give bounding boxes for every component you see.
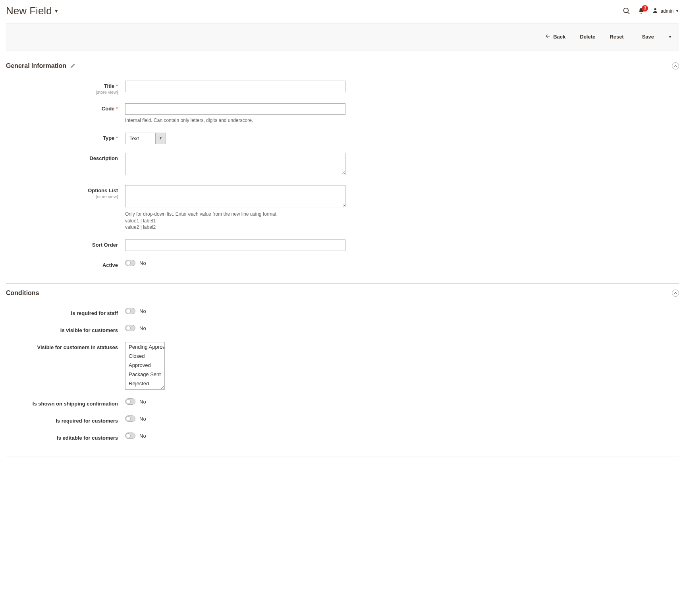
admin-account-button[interactable]: admin ▼ bbox=[652, 7, 679, 15]
field-row-code: Code Internal field. Can contain only le… bbox=[6, 103, 679, 124]
sort-order-input[interactable] bbox=[125, 239, 345, 251]
type-select[interactable]: Text ▼ bbox=[125, 133, 166, 144]
hint-options-list: Only for drop-down list. Enter each valu… bbox=[125, 211, 345, 231]
code-input[interactable] bbox=[125, 103, 345, 115]
field-row-editable-customers: Is editable for customers No bbox=[6, 433, 679, 441]
field-row-active: Active No bbox=[6, 260, 679, 268]
label-required-staff: Is required for staff bbox=[71, 310, 118, 316]
label-description: Description bbox=[89, 155, 118, 161]
editable-customers-toggle[interactable] bbox=[125, 433, 135, 439]
section-header-conditions[interactable]: Conditions bbox=[6, 290, 679, 300]
notification-badge: 3 bbox=[642, 5, 648, 12]
required-customers-value: No bbox=[139, 416, 146, 422]
status-option[interactable]: Approved bbox=[125, 361, 164, 370]
field-row-sort-order: Sort Order bbox=[6, 239, 679, 251]
label-editable-customers: Is editable for customers bbox=[57, 435, 118, 441]
status-option[interactable]: Package Sent bbox=[125, 370, 164, 379]
save-dropdown-button[interactable]: ▼ bbox=[661, 30, 679, 44]
notifications-button[interactable]: 3 bbox=[638, 8, 645, 15]
status-option[interactable]: Closed bbox=[125, 351, 164, 361]
user-icon bbox=[652, 7, 658, 15]
label-type: Type bbox=[103, 135, 118, 141]
hint-line: Only for drop-down list. Enter each valu… bbox=[125, 211, 345, 218]
page-title[interactable]: New Field ▼ bbox=[6, 5, 58, 17]
label-code: Code bbox=[102, 106, 118, 112]
collapse-icon[interactable] bbox=[672, 62, 679, 70]
reset-button[interactable]: Reset bbox=[602, 30, 631, 44]
section-general-info: General Information Title [store view] bbox=[6, 62, 679, 284]
search-icon[interactable] bbox=[623, 7, 631, 15]
svg-point-0 bbox=[624, 8, 629, 13]
required-customers-toggle[interactable] bbox=[125, 415, 135, 422]
page-header: New Field ▼ 3 admin ▼ bbox=[6, 0, 679, 23]
label-visible-statuses: Visible for customers in statuses bbox=[37, 344, 118, 350]
collapse-icon[interactable] bbox=[672, 290, 679, 297]
visible-customers-toggle[interactable] bbox=[125, 325, 135, 331]
field-row-description: Description bbox=[6, 153, 679, 176]
action-toolbar: Back Delete Reset Save ▼ bbox=[6, 23, 679, 50]
label-shown-shipping: Is shown on shipping confirmation bbox=[33, 401, 118, 407]
active-toggle[interactable] bbox=[125, 260, 135, 266]
field-row-required-customers: Is required for customers No bbox=[6, 415, 679, 424]
delete-button[interactable]: Delete bbox=[573, 30, 602, 44]
field-row-shown-shipping: Is shown on shipping confirmation No bbox=[6, 398, 679, 407]
options-list-input[interactable] bbox=[125, 185, 345, 207]
save-button-group: Save ▼ bbox=[635, 30, 679, 44]
active-value: No bbox=[139, 260, 146, 266]
back-button[interactable]: Back bbox=[538, 29, 573, 44]
label-title: Title bbox=[104, 83, 118, 89]
visible-statuses-select[interactable]: Pending Approval Closed Approved Package… bbox=[125, 342, 165, 390]
section-title: Conditions bbox=[6, 290, 39, 297]
field-row-title: Title [store view] bbox=[6, 81, 679, 95]
visible-customers-value: No bbox=[139, 325, 146, 331]
svg-line-1 bbox=[628, 12, 630, 14]
shown-shipping-value: No bbox=[139, 399, 146, 405]
save-button[interactable]: Save bbox=[635, 30, 661, 44]
type-select-value: Text bbox=[125, 133, 155, 144]
hint-line: value2 | label2 bbox=[125, 224, 345, 231]
field-row-visible-customers: Is visible for customers No bbox=[6, 325, 679, 333]
field-row-required-staff: Is required for staff No bbox=[6, 308, 679, 316]
status-option[interactable]: Pending Approval bbox=[125, 342, 164, 351]
section-body-general: Title [store view] Code Internal field. … bbox=[6, 73, 679, 279]
title-input[interactable] bbox=[125, 81, 345, 92]
caret-down-icon: ▼ bbox=[54, 9, 59, 14]
back-label: Back bbox=[553, 34, 565, 40]
scope-options-list: [store view] bbox=[6, 194, 118, 199]
hint-code: Internal field. Can contain only letters… bbox=[125, 117, 345, 124]
description-input[interactable] bbox=[125, 153, 345, 175]
label-visible-customers: Is visible for customers bbox=[60, 327, 118, 333]
label-options-list: Options List bbox=[88, 187, 118, 193]
header-icons: 3 admin ▼ bbox=[623, 7, 679, 15]
label-required-customers: Is required for customers bbox=[56, 418, 118, 424]
field-row-visible-statuses: Visible for customers in statuses Pendin… bbox=[6, 342, 679, 390]
status-option[interactable]: Rejected bbox=[125, 379, 164, 388]
caret-down-icon: ▼ bbox=[668, 35, 672, 39]
label-sort-order: Sort Order bbox=[92, 242, 118, 248]
arrow-left-icon bbox=[545, 33, 551, 40]
label-active: Active bbox=[102, 262, 118, 268]
field-row-type: Type Text ▼ bbox=[6, 133, 679, 144]
scope-title: [store view] bbox=[6, 90, 118, 95]
required-staff-value: No bbox=[139, 308, 146, 314]
field-row-options-list: Options List [store view] Only for drop-… bbox=[6, 185, 679, 231]
section-body-conditions: Is required for staff No Is visible for … bbox=[6, 300, 679, 452]
shown-shipping-toggle[interactable] bbox=[125, 398, 135, 405]
pencil-icon[interactable] bbox=[70, 63, 76, 70]
required-staff-toggle[interactable] bbox=[125, 308, 135, 314]
section-title: General Information bbox=[6, 62, 66, 70]
svg-point-2 bbox=[654, 8, 656, 10]
page-title-text: New Field bbox=[6, 5, 52, 17]
hint-line: value1 | label1 bbox=[125, 218, 345, 224]
caret-down-icon: ▼ bbox=[675, 9, 679, 13]
section-header-general[interactable]: General Information bbox=[6, 62, 679, 73]
admin-label: admin bbox=[660, 8, 673, 14]
caret-down-icon: ▼ bbox=[155, 133, 166, 144]
editable-customers-value: No bbox=[139, 433, 146, 439]
section-conditions: Conditions Is required for staff No bbox=[6, 290, 679, 456]
